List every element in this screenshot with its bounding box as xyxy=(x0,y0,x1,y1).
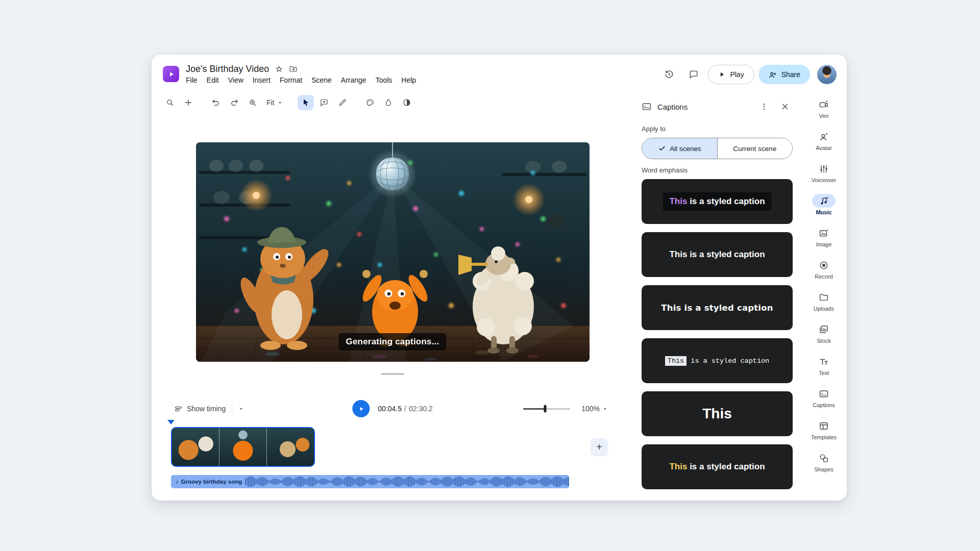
total-time: 02:30.2 xyxy=(409,405,433,413)
caption-style-list: This is a styled caption This is a style… xyxy=(642,179,793,489)
comment-add-icon xyxy=(320,98,329,107)
caption-style-sample: This xyxy=(702,406,732,422)
timing-tracks-icon xyxy=(174,405,183,413)
caption-style-card-mono[interactable]: This is a styled caption xyxy=(642,338,793,383)
preview-resize-handle[interactable] xyxy=(381,373,404,375)
segment-all-scenes[interactable]: All scenes xyxy=(642,138,717,159)
rail-label: Avatar xyxy=(816,145,832,151)
canvas-column: Fit xyxy=(152,91,633,500)
rail-label: Music xyxy=(816,209,831,215)
vids-logo[interactable] xyxy=(163,66,179,82)
panel-close-button[interactable] xyxy=(777,99,793,114)
fit-zoom-dropdown[interactable]: Fit xyxy=(263,95,286,110)
menu-format[interactable]: Format xyxy=(275,75,307,85)
rail-label: Veo xyxy=(819,113,829,119)
sidebar-item-templates[interactable]: Templates xyxy=(804,419,843,440)
pen-icon xyxy=(338,98,347,107)
caption-style-card-yellow[interactable]: This is a styled caption xyxy=(642,444,793,489)
sidebar-item-uploads[interactable]: Uploads xyxy=(804,290,843,312)
video-preview-scene xyxy=(196,142,590,362)
clip-thumbnail xyxy=(219,428,266,466)
play-glyph-icon xyxy=(167,70,175,78)
version-history-button[interactable] xyxy=(659,64,679,85)
segment-current-scene[interactable]: Current scene xyxy=(717,138,793,159)
redo-button[interactable] xyxy=(226,95,242,110)
caption-style-card-big[interactable]: This xyxy=(642,391,793,436)
toolbar: Fit xyxy=(152,91,633,114)
undo-button[interactable] xyxy=(208,95,224,110)
select-tool-button[interactable] xyxy=(298,95,314,110)
caption-style-card-purple[interactable]: This is a styled caption xyxy=(642,179,793,224)
sidebar-item-stock[interactable]: Stock xyxy=(804,322,843,344)
menu-edit[interactable]: Edit xyxy=(202,75,224,85)
theme-colors-button[interactable] xyxy=(362,95,378,110)
contrast-button[interactable] xyxy=(399,95,415,110)
zoom-in-icon xyxy=(248,98,257,107)
rail-label: Voiceover xyxy=(812,177,836,183)
captions-icon xyxy=(642,102,652,112)
history-icon xyxy=(664,69,674,80)
star-icon[interactable] xyxy=(275,65,283,73)
share-button[interactable]: Share xyxy=(758,65,810,84)
panel-title: Captions xyxy=(657,103,751,111)
shapes-icon xyxy=(812,451,836,465)
segment-label: Current scene xyxy=(733,145,776,153)
rail-label: Uploads xyxy=(814,306,834,312)
caption-style-sample: This is a styled caption xyxy=(661,303,773,313)
sidebar-item-voiceover[interactable]: Voiceover xyxy=(804,162,843,183)
sidebar-item-music[interactable]: Music xyxy=(804,194,843,215)
image-icon xyxy=(812,226,836,240)
add-comment-button[interactable] xyxy=(316,95,332,110)
sidebar-item-image[interactable]: Image xyxy=(804,226,843,247)
sidebar-item-captions[interactable]: Captions xyxy=(804,387,843,408)
menu-help[interactable]: Help xyxy=(397,75,421,85)
play-button[interactable]: Play xyxy=(708,65,754,84)
undo-icon xyxy=(211,98,220,107)
play-icon xyxy=(358,406,364,412)
timeline-play-button[interactable] xyxy=(352,400,370,417)
avatar[interactable] xyxy=(817,65,837,84)
menu-tools[interactable]: Tools xyxy=(371,75,397,85)
sidebar-item-record[interactable]: Record xyxy=(804,258,843,280)
play-icon xyxy=(718,71,725,78)
document-title[interactable]: Joe's Birthday Video xyxy=(186,64,269,74)
pen-tool-button[interactable] xyxy=(334,95,351,110)
move-folder-icon[interactable] xyxy=(289,65,298,73)
add-scene-toolbar-button[interactable] xyxy=(180,95,197,110)
slider-handle[interactable] xyxy=(544,405,546,413)
segment-label: All scenes xyxy=(670,145,701,153)
rail-label: Text xyxy=(819,370,829,376)
panel-menu-button[interactable] xyxy=(756,99,772,114)
time-display: 00:04.5/02:30.2 xyxy=(378,405,432,413)
right-rail: Veo Avatar Voiceover Music Image Record … xyxy=(801,91,847,500)
playhead-marker[interactable] xyxy=(167,420,175,424)
timeline-zoom-slider[interactable] xyxy=(523,408,570,410)
plus-icon xyxy=(184,98,193,107)
menu-file[interactable]: File xyxy=(181,75,202,85)
video-preview[interactable]: Generating captions... xyxy=(196,142,590,362)
caption-style-card-alt[interactable]: This is a styled caption xyxy=(642,285,793,330)
zoom-tool-button[interactable] xyxy=(162,95,178,110)
menu-arrange[interactable]: Arrange xyxy=(336,75,371,85)
sidebar-item-veo[interactable]: Veo xyxy=(804,97,843,119)
zoom-in-button[interactable] xyxy=(244,95,261,110)
comments-button[interactable] xyxy=(683,64,704,85)
menu-view[interactable]: View xyxy=(224,75,248,85)
menu-scene[interactable]: Scene xyxy=(307,75,336,85)
add-scene-button[interactable]: + xyxy=(591,438,608,456)
background-blur-button[interactable] xyxy=(380,95,397,110)
sidebar-item-avatar[interactable]: Avatar xyxy=(804,130,843,151)
timeline: + ♪ Groovy birthday song xyxy=(152,419,633,500)
show-timing-label: Show timing xyxy=(187,405,226,413)
veo-icon xyxy=(812,97,836,111)
timeline-zoom-dropdown[interactable]: 100% xyxy=(578,404,611,413)
show-timing-toggle[interactable]: Show timing xyxy=(174,405,244,413)
apply-to-label: Apply to xyxy=(642,125,793,133)
video-clip-selected[interactable] xyxy=(171,427,315,467)
caption-style-card-sans[interactable]: This is a styled caption xyxy=(642,232,793,277)
record-icon xyxy=(812,258,836,272)
audio-track[interactable]: ♪ Groovy birthday song xyxy=(171,475,569,488)
menu-insert[interactable]: Insert xyxy=(248,75,275,85)
sidebar-item-text[interactable]: Text xyxy=(804,355,843,376)
sidebar-item-shapes[interactable]: Shapes xyxy=(804,451,843,472)
